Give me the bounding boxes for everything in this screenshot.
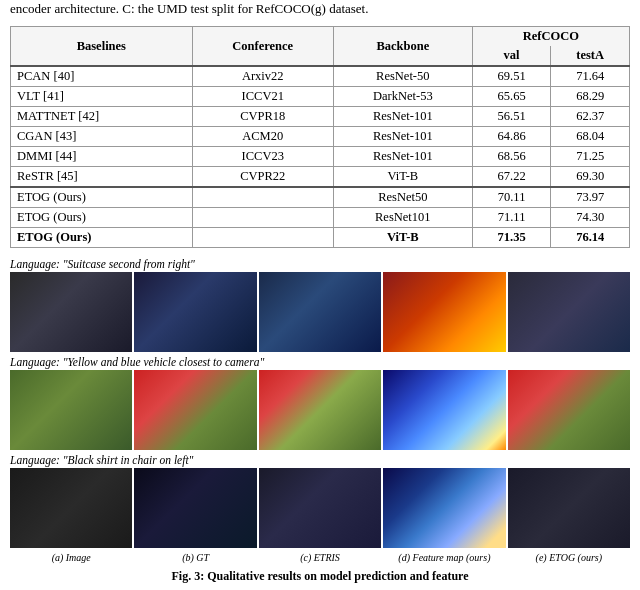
table-cell: DMMI [44]	[11, 147, 193, 167]
fig-caption: Fig. 3: Qualitative results on model pre…	[10, 569, 630, 584]
table-cell: CVPR18	[192, 107, 333, 127]
table-cell: 69.30	[551, 167, 630, 188]
table-cell: PCAN [40]	[11, 66, 193, 87]
table-cell: 68.56	[472, 147, 551, 167]
img-bus-gt	[134, 370, 256, 450]
table-row: ETOG (Ours)ResNet5070.1173.97	[11, 187, 630, 208]
table-cell: 71.11	[472, 208, 551, 228]
table-cell: ResNet-101	[333, 127, 472, 147]
table-cell	[192, 208, 333, 228]
table-cell: MATTNET [42]	[11, 107, 193, 127]
table-container: Baselines Conference Backbone RefCOCO va…	[10, 26, 630, 248]
table-row: VLT [41]ICCV21DarkNet-5365.6568.29	[11, 87, 630, 107]
table-row: ETOG (Ours)ResNet10171.1174.30	[11, 208, 630, 228]
table-cell: 71.25	[551, 147, 630, 167]
lang-label-2: Language: "Yellow and blue vehicle close…	[10, 356, 630, 368]
table-row: CGAN [43]ACM20ResNet-10164.8668.04	[11, 127, 630, 147]
img-suitcase-orig	[10, 272, 132, 352]
table-cell: ResNet-101	[333, 107, 472, 127]
table-cell: 70.11	[472, 187, 551, 208]
caption-d: (d) Feature map (ours)	[383, 552, 505, 563]
image-row-1	[10, 272, 630, 352]
table-cell: ReSTR [45]	[11, 167, 193, 188]
img-bus-feat	[383, 370, 505, 450]
table-cell: ResNet-50	[333, 66, 472, 87]
caption-b: (b) GT	[134, 552, 256, 563]
img-person-etog	[508, 468, 630, 548]
img-person-gt	[134, 468, 256, 548]
table-cell: ACM20	[192, 127, 333, 147]
table-cell: ETOG (Ours)	[11, 228, 193, 248]
table-cell: DarkNet-53	[333, 87, 472, 107]
lang-label-3: Language: "Black shirt in chair on left"	[10, 454, 630, 466]
table-cell: VLT [41]	[11, 87, 193, 107]
table-cell: ICCV23	[192, 147, 333, 167]
caption-e: (e) ETOG (ours)	[508, 552, 630, 563]
results-table: Baselines Conference Backbone RefCOCO va…	[10, 26, 630, 248]
image-row-2	[10, 370, 630, 450]
img-bus-etris	[259, 370, 381, 450]
img-suitcase-etris	[259, 272, 381, 352]
caption-a: (a) Image	[10, 552, 132, 563]
table-row: ReSTR [45]CVPR22ViT-B67.2269.30	[11, 167, 630, 188]
table-cell: 73.97	[551, 187, 630, 208]
table-cell: 71.64	[551, 66, 630, 87]
page-container: encoder architecture. C: the UMD test sp…	[0, 0, 640, 590]
col-refcoco: RefCOCO	[472, 27, 629, 47]
table-cell: ICCV21	[192, 87, 333, 107]
table-body: PCAN [40]Arxiv22ResNet-5069.5171.64VLT […	[11, 66, 630, 248]
table-cell: ViT-B	[333, 167, 472, 188]
captions-row: (a) Image (b) GT (c) ETRIS (d) Feature m…	[10, 552, 630, 563]
table-cell	[192, 187, 333, 208]
table-cell: 76.14	[551, 228, 630, 248]
col-val: val	[472, 46, 551, 66]
col-backbone: Backbone	[333, 27, 472, 67]
table-cell	[192, 228, 333, 248]
image-row-3	[10, 468, 630, 548]
table-cell: 62.37	[551, 107, 630, 127]
table-cell: ResNet50	[333, 187, 472, 208]
lang-label-1: Language: "Suitcase second from right"	[10, 258, 630, 270]
img-bus-etog	[508, 370, 630, 450]
table-cell: 71.35	[472, 228, 551, 248]
col-conference: Conference	[192, 27, 333, 67]
col-baselines: Baselines	[11, 27, 193, 67]
images-section: Language: "Suitcase second from right" L…	[10, 258, 630, 563]
table-cell: 64.86	[472, 127, 551, 147]
table-cell: ResNet-101	[333, 147, 472, 167]
table-cell: 65.65	[472, 87, 551, 107]
img-suitcase-etog	[508, 272, 630, 352]
table-cell: 68.04	[551, 127, 630, 147]
table-cell: CVPR22	[192, 167, 333, 188]
table-cell: Arxiv22	[192, 66, 333, 87]
table-cell: 68.29	[551, 87, 630, 107]
table-cell: ViT-B	[333, 228, 472, 248]
table-cell: 69.51	[472, 66, 551, 87]
table-cell: ETOG (Ours)	[11, 187, 193, 208]
top-text: encoder architecture. C: the UMD test sp…	[10, 0, 630, 18]
img-person-orig	[10, 468, 132, 548]
table-cell: ETOG (Ours)	[11, 208, 193, 228]
caption-c: (c) ETRIS	[259, 552, 381, 563]
table-cell: 56.51	[472, 107, 551, 127]
img-suitcase-gt	[134, 272, 256, 352]
img-suitcase-feat	[383, 272, 505, 352]
img-bus-orig	[10, 370, 132, 450]
img-person-etris	[259, 468, 381, 548]
table-cell: CGAN [43]	[11, 127, 193, 147]
table-header-top: Baselines Conference Backbone RefCOCO	[11, 27, 630, 47]
table-row: ETOG (Ours)ViT-B71.3576.14	[11, 228, 630, 248]
col-testa: testA	[551, 46, 630, 66]
table-row: MATTNET [42]CVPR18ResNet-10156.5162.37	[11, 107, 630, 127]
table-row: DMMI [44]ICCV23ResNet-10168.5671.25	[11, 147, 630, 167]
table-row: PCAN [40]Arxiv22ResNet-5069.5171.64	[11, 66, 630, 87]
table-cell: 74.30	[551, 208, 630, 228]
img-person-feat	[383, 468, 505, 548]
table-cell: 67.22	[472, 167, 551, 188]
table-cell: ResNet101	[333, 208, 472, 228]
